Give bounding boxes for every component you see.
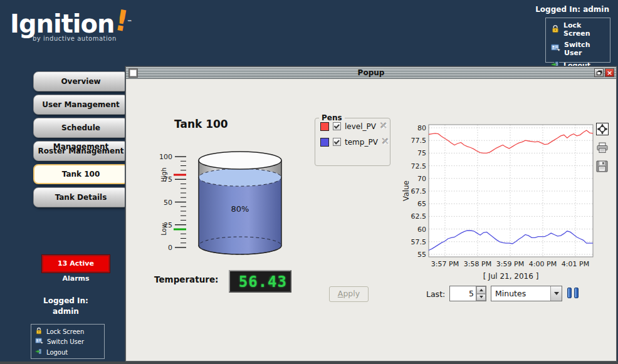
spinner-up-button[interactable] [476,286,486,294]
chart-pan-zoom-icon[interactable] [596,123,609,138]
sidebar-item-overview[interactable]: Overview [33,71,128,91]
logged-in-block: Logged In: admin [28,296,103,317]
logged-in-header: Logged In: admin [535,5,609,14]
temperature-display: 88.88 56.43 [229,270,291,293]
active-alarms-banner[interactable]: 13 Active Alarms [42,255,110,273]
lock-screen-button[interactable]: Lock Screen [551,21,605,38]
restore-icon [597,71,601,75]
remove-pen-icon[interactable]: ✕ [382,137,390,147]
save-icon[interactable] [596,160,609,175]
lock-screen-button[interactable]: Lock Screen [35,327,100,336]
pens-panel: Pens level_PV ✕ temp_PV ✕ [315,118,390,166]
svg-text:100: 100 [159,153,172,161]
svg-text:3:57 PM: 3:57 PM [431,260,459,268]
svg-text:High: High [160,168,167,182]
last-label: Last: [426,289,445,299]
up-arrow-icon [479,289,483,291]
dropdown-button[interactable] [550,286,562,301]
print-icon[interactable] [596,142,609,156]
svg-text:3:59 PM: 3:59 PM [496,260,524,268]
pen-row-temp: temp_PV ✕ [320,134,390,150]
switch-user-icon [35,338,43,346]
svg-text:[ Jul 21, 2016 ]: [ Jul 21, 2016 ] [483,272,539,281]
lock-icon [551,24,560,35]
logged-in-label: Logged In: [28,296,103,306]
switch-user-button[interactable]: Switch User [35,338,100,346]
trend-chart: 5557.56062.56567.57072.57577.5803:57 PM3… [402,120,603,287]
popup-titlebar[interactable]: Popup × [126,67,616,79]
header-user-panel: Lock Screen Switch User Logout [545,18,610,63]
brand-text: Ignition [10,9,115,38]
svg-text:80%: 80% [231,204,249,214]
bottom-edge [0,361,618,364]
tank-title: Tank 100 [174,118,228,130]
time-unit-dropdown[interactable]: Minutes [491,286,562,301]
remove-pen-icon[interactable]: ✕ [380,122,388,131]
sidebar-item-roster-management[interactable]: Roster Management [33,141,128,161]
svg-text:62.5: 62.5 [411,212,427,221]
temperature-label: Temperature: [154,274,219,284]
last-value-input[interactable] [450,286,476,301]
svg-text:Low: Low [160,223,167,236]
ignition-logo: Ignition!™ by inductive automation [10,9,131,42]
svg-text:57.5: 57.5 [411,238,427,246]
pen-checkbox[interactable] [333,122,341,130]
logout-icon [35,348,43,356]
maximize-button[interactable] [594,68,604,77]
svg-text:4:00 PM: 4:00 PM [529,260,557,268]
popup-window: Popup × Tank 100 0255075100HighLow 80% T… [125,66,617,361]
temperature-value: 56.43 [239,273,287,291]
sidebar-nav: OverviewUser ManagementSchedule Manageme… [33,71,128,211]
svg-text:70: 70 [417,175,426,183]
pen-label: level_PV [345,122,376,131]
pen-color-swatch [320,122,329,131]
svg-text:0: 0 [168,244,172,252]
lock-icon [35,327,43,336]
pen-checkbox[interactable] [333,138,341,146]
pen-color-swatch [320,138,329,147]
svg-text:65: 65 [417,200,426,208]
svg-text:Value: Value [402,180,411,201]
switch-user-icon [551,44,560,54]
svg-text:80: 80 [417,124,426,132]
chevron-down-icon [554,292,559,295]
switch-user-button[interactable]: Switch User [551,41,605,57]
sidebar-item-schedule-management[interactable]: Schedule Management [33,118,128,138]
sidebar-item-user-management[interactable]: User Management [33,95,128,115]
svg-text:55: 55 [417,251,426,259]
close-icon: × [607,70,612,76]
level-gauge: 0255075100HighLow [158,152,191,261]
svg-text:60: 60 [417,226,426,234]
svg-text:3:58 PM: 3:58 PM [464,260,491,268]
apply-button[interactable]: Apply [329,286,369,302]
logout-button[interactable]: Logout [35,348,100,356]
popup-content: Tank 100 0255075100HighLow 80% Temperatu… [126,79,616,361]
tank-graphic: 80% [194,149,286,259]
logged-in-username: admin [28,306,103,317]
chart-toolbar [596,123,609,175]
sidebar-item-tank-100[interactable]: Tank 100 [33,164,128,184]
last-value-spinner [449,286,486,301]
sidebar-user-panel: Lock Screen Switch User Logout [31,324,105,359]
pause-button[interactable] [567,288,579,298]
svg-text:67.5: 67.5 [411,187,427,195]
pause-icon [567,288,572,298]
pause-icon [574,288,579,298]
svg-text:77.5: 77.5 [411,137,427,145]
time-unit-value: Minutes [491,286,550,301]
svg-text:75: 75 [417,149,426,157]
close-button[interactable]: × [605,68,614,77]
svg-text:50: 50 [164,199,172,207]
popup-title: Popup [126,68,616,77]
svg-text:4:01 PM: 4:01 PM [562,260,589,268]
sidebar-item-tank-details[interactable]: Tank Details [33,187,128,207]
svg-text:72.5: 72.5 [411,162,427,170]
down-arrow-icon [479,296,483,298]
pen-label: temp_PV [345,138,378,147]
spinner-down-button[interactable] [476,294,486,301]
logo-exclamation: ! [112,6,129,36]
pens-panel-title: Pens [319,113,345,122]
